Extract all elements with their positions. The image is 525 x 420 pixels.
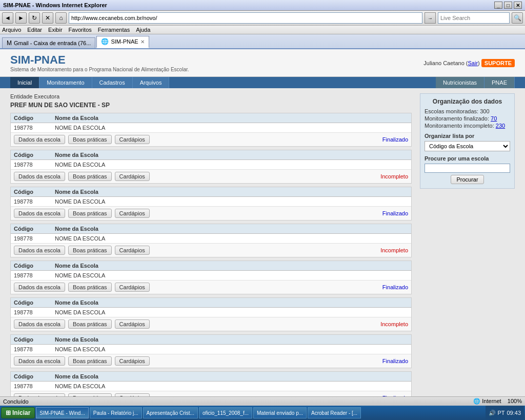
nav-tabs: Inicial Monitoramento Cadastros Arquivos… — [0, 77, 525, 88]
menu-arquivo[interactable]: Arquivo — [2, 27, 21, 33]
col-codigo-header: Código — [14, 299, 55, 306]
school-code: 198778 — [14, 346, 55, 352]
tab-close-button[interactable]: ✕ — [140, 39, 145, 45]
menu-editar[interactable]: Editar — [27, 27, 42, 33]
cardapios-button[interactable]: Cardápios — [115, 172, 150, 181]
dados-escola-button[interactable]: Dados da escola — [14, 283, 65, 292]
search-school-input[interactable] — [425, 164, 510, 173]
boas-praticas-button[interactable]: Boas práticas — [68, 135, 112, 144]
search-bar[interactable] — [438, 12, 510, 24]
org-title: Organização dos dados — [425, 98, 510, 105]
school-card: Código Nome da Escola 198778 NOME DA ESC… — [10, 334, 412, 368]
zoom-label: 100% — [508, 398, 522, 403]
status-badge[interactable]: Finalizado — [382, 136, 408, 143]
school-code: 198778 — [14, 235, 55, 242]
nav-tab-monitoramento[interactable]: Monitoramento — [39, 77, 92, 88]
boas-praticas-button[interactable]: Boas práticas — [68, 209, 112, 218]
cardapios-button[interactable]: Cardápios — [115, 283, 150, 292]
dados-escola-button[interactable]: Dados da escola — [14, 246, 65, 255]
school-code: 198778 — [14, 383, 55, 389]
col-nome-header: Nome da Escola — [55, 299, 408, 306]
col-codigo-header: Código — [14, 189, 55, 195]
back-button[interactable]: ◄ — [2, 12, 13, 24]
col-codigo-header: Código — [14, 152, 55, 158]
close-btn[interactable]: ✕ — [514, 2, 522, 9]
dados-escola-button[interactable]: Dados da escola — [14, 319, 65, 329]
tab-simpnae[interactable]: 🌐 SIM-PNAE ✕ — [96, 36, 149, 48]
school-code: 198778 — [14, 198, 55, 205]
cardapios-button[interactable]: Cardápios — [115, 246, 150, 255]
go-button[interactable]: → — [425, 12, 436, 24]
sort-select[interactable]: Código da EscolaNome da Escola — [425, 141, 510, 151]
menu-favoritos[interactable]: Favoritos — [69, 27, 92, 33]
finalized-link[interactable]: 70 — [491, 115, 497, 122]
restore-btn[interactable]: □ — [504, 2, 512, 9]
status-badge[interactable]: Finalizado — [382, 210, 408, 216]
stats-finalized: Monitoramento finalizado: 70 — [425, 115, 510, 122]
dados-escola-button[interactable]: Dados da escola — [14, 135, 65, 144]
search-button[interactable]: 🔍 — [512, 12, 523, 24]
school-card: Código Nome da Escola 198778 NOME DA ESC… — [10, 261, 412, 294]
status-badge[interactable]: Finalizado — [382, 358, 408, 364]
stats-monitored: Escolas monitoradas: 300 — [425, 108, 510, 114]
school-header: Código Nome da Escola — [11, 298, 411, 308]
minimize-btn[interactable]: _ — [494, 2, 502, 9]
incomplete-link[interactable]: 230 — [496, 123, 505, 129]
status-internet: 🌐 Internet 100% — [473, 398, 522, 403]
menu-ferramentas[interactable]: Ferramentas — [98, 27, 130, 33]
status-badge[interactable]: Incompleto — [380, 247, 408, 253]
window-controls[interactable]: _ □ ✕ — [494, 2, 522, 9]
status-badge[interactable]: Incompleto — [380, 321, 408, 327]
status-badge[interactable]: Incompleto — [380, 173, 408, 179]
school-row: 198778 NOME DA ESCOLA — [11, 271, 411, 280]
menu-ajuda[interactable]: Ajuda — [136, 27, 150, 33]
procurar-button[interactable]: Procurar — [451, 175, 483, 184]
school-actions: Dados da escola Boas práticas Cardápios … — [11, 243, 411, 257]
col-nome-header: Nome da Escola — [55, 336, 408, 343]
internet-label: Internet — [482, 398, 501, 403]
forward-button[interactable]: ► — [15, 12, 27, 24]
cardapios-button[interactable]: Cardápios — [115, 319, 150, 329]
suporte-button[interactable]: SUPORTE — [481, 59, 515, 67]
home-button[interactable]: ⌂ — [55, 12, 67, 24]
sair-link[interactable]: Sair — [468, 60, 478, 66]
school-header: Código Nome da Escola — [11, 261, 411, 271]
col-nome-header: Nome da Escola — [55, 263, 408, 269]
search-label: Procure por uma escola — [425, 155, 510, 162]
organization-box: Organização dos dados Escolas monitorada… — [420, 93, 515, 189]
school-card: Código Nome da Escola 198778 NOME DA ESC… — [10, 297, 412, 331]
boas-praticas-button[interactable]: Boas práticas — [68, 283, 112, 292]
status-badge[interactable]: Finalizado — [382, 284, 408, 290]
school-actions: Dados da escola Boas práticas Cardápios … — [11, 317, 411, 331]
dados-escola-button[interactable]: Dados da escola — [14, 356, 65, 366]
site-logo: SIM-PNAE Sistema de Monitoramento para o… — [10, 53, 189, 72]
nav-tab-inicial[interactable]: Inicial — [10, 77, 39, 88]
dados-escola-button[interactable]: Dados da escola — [14, 172, 65, 181]
right-panel: Organização dos dados Escolas monitorada… — [420, 93, 515, 403]
menu-exibir[interactable]: Exibir — [48, 27, 63, 33]
nav-tab-cadastros[interactable]: Cadastros — [92, 77, 133, 88]
school-row: 198778 NOME DA ESCOLA — [11, 123, 411, 132]
dados-escola-button[interactable]: Dados da escola — [14, 209, 65, 218]
boas-praticas-button[interactable]: Boas práticas — [68, 356, 112, 366]
nav-tab-nutricionistas[interactable]: Nutricionistas — [436, 77, 484, 88]
nav-tab-pnae[interactable]: PNAE — [484, 77, 515, 88]
internet-icon: 🌐 — [473, 398, 480, 403]
tab-gmail[interactable]: M Gmail - Caixa de entrada (76... — [2, 37, 95, 48]
logo-subtitle: Sistema de Monitoramento para o Programa… — [10, 67, 189, 72]
cardapios-button[interactable]: Cardápios — [115, 209, 150, 218]
entity-label: Entidade Executora — [10, 93, 412, 99]
boas-praticas-button[interactable]: Boas práticas — [68, 319, 112, 329]
cardapios-button[interactable]: Cardápios — [115, 135, 150, 144]
school-header: Código Nome da Escola — [11, 187, 411, 197]
nav-tab-arquivos[interactable]: Arquivos — [133, 77, 170, 88]
boas-praticas-button[interactable]: Boas práticas — [68, 172, 112, 181]
col-codigo-header: Código — [14, 373, 55, 379]
user-name: Juliano Caetano — [423, 60, 465, 66]
address-bar[interactable] — [69, 12, 422, 24]
boas-praticas-button[interactable]: Boas práticas — [68, 246, 112, 255]
stop-button[interactable]: ✕ — [42, 12, 53, 24]
cardapios-button[interactable]: Cardápios — [115, 356, 150, 366]
sort-label: Organizar lista por — [425, 133, 510, 139]
refresh-button[interactable]: ↻ — [29, 12, 40, 24]
